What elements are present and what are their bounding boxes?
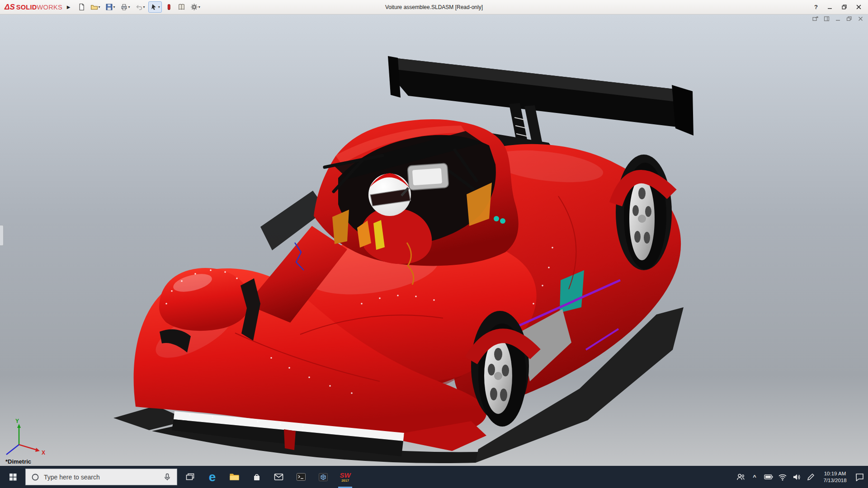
edge-icon: e [209,471,216,483]
pin-icon[interactable] [824,16,830,21]
taskbar-clock[interactable]: 10:19 AM 7/13/2018 [818,470,852,484]
minimize-button[interactable] [823,2,836,13]
taskbar-apps: e [179,466,356,488]
pop-out-icon[interactable] [812,16,818,21]
wifi-icon [778,473,787,481]
taskbar-app-store[interactable] [245,466,268,488]
doc-restore-icon[interactable] [846,16,852,21]
action-center-icon [854,473,864,481]
options-button[interactable]: ▾ [189,1,202,13]
solidworks-2017-icon: SW 2017 [340,472,350,483]
open-folder-icon [90,3,98,11]
triad-y-label: Y [15,418,19,424]
action-center-button[interactable] [853,466,866,488]
teal-fitting-1 [494,216,499,221]
undo-button[interactable]: ▾ [133,1,147,13]
new-document-button[interactable] [76,1,87,13]
save-button[interactable]: ▾ [104,1,117,13]
taskbar-app-mail[interactable] [268,466,290,488]
splitter-post [284,429,296,450]
restore-button[interactable] [837,2,851,13]
network-button[interactable] [776,466,789,488]
appearances-icon [165,3,173,11]
taskbar-app-composer[interactable] [312,466,334,488]
document-window-controls [812,16,863,21]
solidworks-logo: ΔS SOLID WORKS [0,3,65,12]
new-document-icon [78,3,85,11]
file-properties-icon [178,3,185,11]
options-gear-icon [190,3,198,11]
minimize-icon [827,5,832,9]
select-cursor-icon [150,3,158,11]
file-properties-button[interactable] [176,1,187,13]
task-view-icon [186,473,194,481]
file-explorer-icon [229,473,240,481]
close-button[interactable] [852,2,865,13]
command-prompt-icon [296,473,306,481]
close-icon [856,5,861,9]
save-icon [105,3,113,11]
ds-logo-icon: ΔS [5,3,15,12]
graphics-area[interactable]: Y X *Dimetric [0,14,868,466]
start-button[interactable] [0,466,25,488]
task-view-button[interactable] [179,466,201,488]
people-icon [736,473,745,481]
people-button[interactable] [734,466,747,488]
undo-icon [135,3,143,11]
cortana-icon [31,473,39,481]
doc-close-icon[interactable] [858,16,863,21]
rear-wheel[interactable] [616,155,672,270]
taskbar-search-input[interactable]: Type here to search [25,469,177,485]
battery-button[interactable] [762,466,775,488]
pen-icon [806,473,815,481]
mirror[interactable] [407,163,449,190]
composer-3d-icon [318,473,328,482]
restore-icon [842,5,847,9]
taskbar-app-solidworks[interactable]: SW 2017 [334,466,356,488]
view-orientation-label: *Dimetric [5,458,31,465]
doc-minimize-icon[interactable] [835,16,841,21]
triad-x-label: X [42,450,45,456]
windows-ink-button[interactable] [804,466,817,488]
window-controls: ? [810,2,868,13]
speaker-icon [792,473,801,481]
search-placeholder: Type here to search [44,474,159,481]
windows-logo-icon [9,473,17,481]
battery-icon [764,473,774,481]
3d-viewport[interactable]: Y X [0,14,868,466]
taskbar-app-edge[interactable]: e [201,466,223,488]
microphone-icon[interactable] [163,473,171,481]
title-bar: ΔS SOLID WORKS ▶ ▾ ▾ [0,0,868,14]
print-icon [120,3,128,11]
windows-taskbar: Type here to search e [0,466,868,488]
volume-button[interactable] [790,466,803,488]
open-button[interactable]: ▾ [89,1,102,13]
teal-fitting-2 [500,218,505,224]
store-icon [252,473,261,481]
system-tray: ^ 10:19 AM [734,466,868,488]
taskbar-app-file-explorer[interactable] [223,466,245,488]
print-button[interactable]: ▾ [118,1,132,13]
clock-date: 7/13/2018 [818,477,852,484]
featuremanager-collapsed-tab[interactable] [0,225,4,246]
taskbar-app-command-prompt[interactable] [290,466,312,488]
appearances-button[interactable] [163,1,175,13]
clock-time: 10:19 AM [818,470,852,477]
select-button[interactable]: ▾ [148,1,162,13]
hidden-icons-button[interactable]: ^ [748,466,761,488]
help-button[interactable]: ? [810,4,822,10]
mail-icon [274,473,283,481]
quick-access-toolbar: ▾ ▾ ▾ ▾ [76,1,202,13]
menu-flyout-arrow[interactable]: ▶ [67,5,71,9]
